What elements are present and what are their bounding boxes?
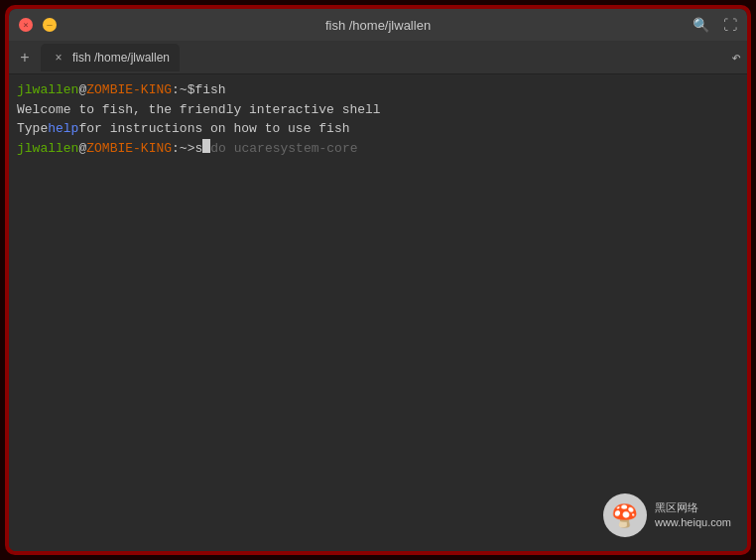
title-bar-controls: × –: [19, 18, 57, 32]
tab-label: fish /home/jlwallen: [72, 51, 170, 65]
tab-close-button[interactable]: ×: [51, 50, 66, 66]
type-text: Type: [17, 119, 48, 139]
tab-item[interactable]: × fish /home/jlwallen: [41, 44, 180, 71]
terminal-line-4: jlwallen @ ZOMBIE-KING :~> s do ucaresys…: [17, 139, 739, 159]
welcome-text: Welcome to fish, the friendly interactiv…: [17, 100, 381, 120]
prompt-host-1: ZOMBIE-KING: [86, 80, 172, 100]
terminal-line-2: Welcome to fish, the friendly interactiv…: [17, 100, 739, 120]
tab-back-icon[interactable]: ↶: [731, 48, 741, 67]
minimize-icon: –: [47, 20, 52, 30]
expand-icon[interactable]: ⛶: [723, 17, 737, 33]
terminal-body[interactable]: jlwallen @ ZOMBIE-KING :~$ fish Welcome …: [9, 74, 747, 551]
terminal-window: × – fish /home/jlwallen 🔍 ⛶ + × fish /ho: [9, 9, 747, 551]
ghost-suggestion: do ucaresystem-core: [210, 139, 357, 159]
tab-bar: + × fish /home/jlwallen ↶: [9, 41, 747, 74]
prompt-sep-4: :~>: [172, 139, 194, 159]
close-icon: ×: [23, 20, 28, 30]
outer-border: × – fish /home/jlwallen 🔍 ⛶ + × fish /ho: [5, 5, 751, 555]
for-instructions-text: for instructions on how to use fish: [78, 119, 349, 139]
search-icon[interactable]: 🔍: [693, 17, 709, 33]
title-bar: × – fish /home/jlwallen 🔍 ⛶: [9, 9, 747, 41]
new-tab-button[interactable]: +: [15, 48, 35, 68]
prompt-user-1: jlwallen: [17, 80, 78, 100]
prompt-host-4: ZOMBIE-KING: [86, 139, 172, 159]
title-bar-actions: 🔍 ⛶: [693, 17, 737, 33]
prompt-sep-1: :~$: [172, 80, 194, 100]
help-link: help: [48, 119, 78, 139]
cursor: [202, 139, 210, 153]
window-title: fish /home/jlwallen: [325, 18, 431, 33]
prompt-cmd-1: fish: [194, 80, 225, 100]
terminal-line-3: Type help for instructions on how to use…: [17, 119, 739, 139]
prompt-at-4: @: [78, 139, 86, 159]
close-button[interactable]: ×: [19, 18, 33, 32]
prompt-at-1: @: [78, 80, 86, 100]
terminal-line-1: jlwallen @ ZOMBIE-KING :~$ fish: [17, 80, 739, 100]
typed-text: s: [194, 139, 202, 159]
prompt-user-4: jlwallen: [17, 139, 78, 159]
minimize-button[interactable]: –: [43, 18, 57, 32]
